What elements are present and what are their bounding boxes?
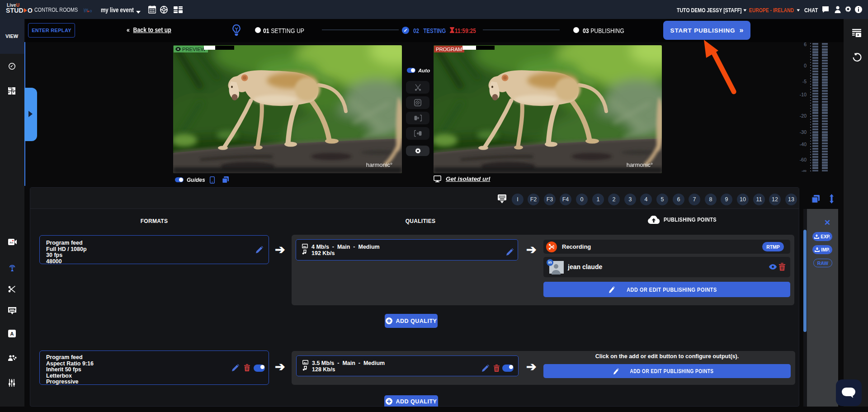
- svg-text:A: A: [10, 331, 14, 336]
- svg-text:harmonic°: harmonic°: [366, 161, 393, 168]
- svg-text:ST▶O: ST▶O: [84, 9, 92, 12]
- svg-text:harmonic°: harmonic°: [627, 161, 653, 168]
